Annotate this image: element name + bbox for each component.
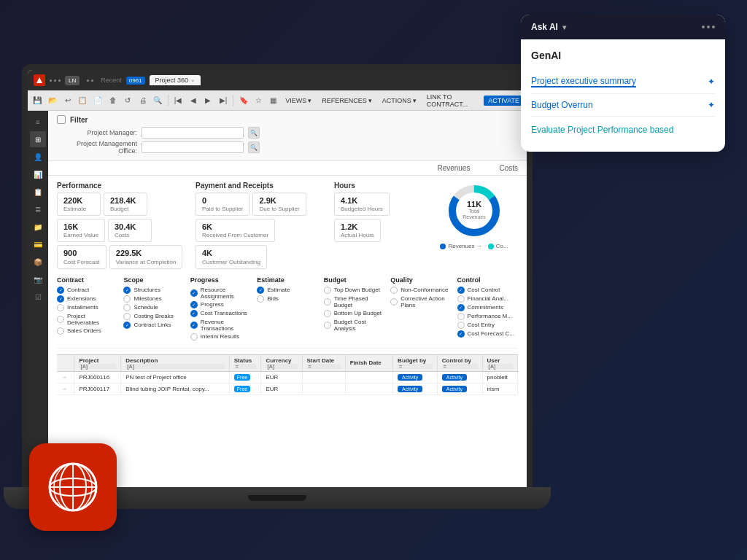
- menu-dots[interactable]: [50, 79, 61, 82]
- ai-panel: Ask AI ▾ GenAI Project executive summary…: [521, 15, 725, 152]
- scope-item-1[interactable]: Milestones: [123, 295, 184, 303]
- toolbar-btn-last[interactable]: ▶|: [217, 93, 231, 108]
- toolbar-btn-star[interactable]: ☆: [252, 93, 266, 108]
- cell-status: Free: [229, 371, 261, 383]
- check-icon: [123, 322, 131, 329]
- th-control-by[interactable]: Control by =: [437, 355, 482, 372]
- toolbar-btn-bookmark[interactable]: 🔖: [236, 93, 250, 108]
- toolbar-btn-undo[interactable]: ↩: [61, 93, 74, 108]
- th-status[interactable]: Status =: [229, 355, 261, 372]
- contract-item-1[interactable]: Extensions: [57, 295, 117, 303]
- sidebar-camera[interactable]: 📷: [30, 271, 46, 287]
- scope-title: Scope: [123, 276, 184, 284]
- toolbar-btn-grid[interactable]: ▦: [266, 93, 280, 108]
- budget-item-3[interactable]: Budget Cost Analysis: [324, 319, 384, 332]
- control-item-1[interactable]: Financial Anal...: [457, 295, 518, 303]
- toolbar-btn-first[interactable]: |◀: [171, 93, 185, 108]
- th-user[interactable]: User [A]: [482, 355, 517, 372]
- budget-item-0[interactable]: Top Down Budget: [324, 287, 384, 294]
- toolbar-btn-print[interactable]: 🖨: [136, 93, 150, 108]
- toolbar-btn-save[interactable]: 💾: [31, 93, 44, 108]
- toolbar-btn-prev[interactable]: ◀: [186, 93, 200, 108]
- scope-item-3[interactable]: Costing Breaks: [123, 313, 184, 320]
- pm-search-btn[interactable]: 🔍: [248, 127, 260, 139]
- ai-suggestion-2[interactable]: Evaluate Project Performance based: [531, 117, 715, 141]
- toolbar-btn-search[interactable]: 🔍: [151, 93, 165, 108]
- contract-item-3[interactable]: Project Deliverables: [57, 313, 117, 326]
- progress-item-3[interactable]: Revenue Transactions: [190, 319, 251, 332]
- kpi-budget: 218.4K Budget: [104, 192, 147, 216]
- circle-icon: [190, 333, 198, 341]
- tab-close[interactable]: ×: [191, 77, 195, 84]
- progress-item-2[interactable]: Cost Transactions: [190, 310, 251, 317]
- ln-badge[interactable]: LN: [65, 76, 80, 85]
- filter-checkbox[interactable]: [57, 115, 66, 124]
- quality-item-0[interactable]: Non-Conformance: [390, 287, 451, 294]
- contract-item-4[interactable]: Sales Orders: [57, 327, 117, 335]
- sidebar-card[interactable]: 💳: [30, 236, 46, 252]
- th-start-date[interactable]: Start Date =: [302, 355, 345, 372]
- legend-revenues-dot: [440, 244, 446, 249]
- ai-suggestion-1[interactable]: Budget Overrun ✦: [531, 94, 715, 117]
- ai-panel-menu[interactable]: [702, 26, 715, 28]
- link-menu[interactable]: LINK TO CONTRACT...: [423, 92, 481, 109]
- sidebar-package[interactable]: 📦: [30, 254, 46, 270]
- estimate-item-0[interactable]: Estimate: [257, 287, 317, 294]
- control-item-4[interactable]: Cost Entry: [457, 322, 518, 329]
- po-input[interactable]: [142, 141, 244, 153]
- sidebar-hlist[interactable]: ≣: [30, 201, 46, 217]
- check-icon: [190, 289, 198, 297]
- progress-item-4[interactable]: Interim Results: [190, 333, 251, 341]
- budget-item-1[interactable]: Time Phased Budget: [324, 295, 384, 308]
- toolbar-btn-refresh[interactable]: ↺: [121, 93, 135, 108]
- contract-item-0[interactable]: Contract: [57, 287, 117, 294]
- sidebar-check[interactable]: ☑: [30, 289, 46, 305]
- table-row[interactable]: → PRJ000117 Blind tubing JOIP Rental, co…: [57, 383, 518, 394]
- toolbar-btn-copy[interactable]: 📋: [76, 93, 90, 108]
- th-budget-by[interactable]: Budget by =: [393, 355, 438, 372]
- control-item-3[interactable]: Performance M...: [457, 313, 518, 320]
- hours-title: Hours: [334, 182, 422, 190]
- sidebar-hamburger[interactable]: ≡: [30, 114, 46, 130]
- progress-item-1[interactable]: Progress: [190, 301, 251, 308]
- budget-item-2[interactable]: Bottom Up Budget: [324, 310, 384, 317]
- actions-menu[interactable]: ACTIONS ▾: [379, 96, 420, 106]
- sidebar-chart[interactable]: 📊: [30, 166, 46, 182]
- pm-input[interactable]: [142, 127, 244, 139]
- ai-dropdown-arrow[interactable]: ▾: [562, 23, 566, 31]
- scope-item-4[interactable]: Contract Links: [123, 322, 184, 329]
- toolbar-btn-paste[interactable]: 📄: [91, 93, 105, 108]
- references-menu[interactable]: REFERENCES ▾: [318, 96, 376, 106]
- th-description[interactable]: Description [A]: [121, 355, 230, 372]
- scope-item-2[interactable]: Schedule: [123, 304, 184, 311]
- sidebar-docs[interactable]: 📋: [30, 184, 46, 200]
- activate-button[interactable]: ACTIVATE: [484, 96, 524, 106]
- quality-title: Quality: [390, 276, 451, 284]
- toolbar-btn-delete[interactable]: 🗑: [106, 93, 120, 108]
- control-section: Control Cost Control Financial Anal...: [457, 276, 518, 342]
- sidebar-folder[interactable]: 📁: [30, 219, 46, 235]
- po-search-btn[interactable]: 🔍: [248, 141, 260, 153]
- ai-suggestion-0[interactable]: Project executive summary ✦: [531, 70, 715, 94]
- budget-title: Budget: [324, 276, 384, 284]
- contract-item-2[interactable]: Installments: [57, 304, 117, 311]
- control-item-0[interactable]: Cost Control: [457, 287, 518, 294]
- cell-user: pnoblett: [482, 371, 517, 383]
- quality-item-1[interactable]: Corrective Action Plans: [390, 295, 451, 308]
- views-menu[interactable]: VIEWS ▾: [282, 96, 315, 106]
- sidebar-users[interactable]: 👤: [30, 149, 46, 165]
- progress-item-0[interactable]: Resource Assignments: [190, 287, 251, 300]
- estimate-item-1[interactable]: Bids: [257, 295, 317, 303]
- table-row[interactable]: → PRJ000116 PN test of Project office Fr…: [57, 371, 518, 383]
- scope-item-0[interactable]: Structures: [123, 287, 184, 294]
- th-project[interactable]: Project [A]: [74, 355, 121, 372]
- sidebar-home[interactable]: ⊞: [30, 131, 46, 147]
- toolbar-btn-next[interactable]: ▶: [201, 93, 215, 108]
- th-finish-date[interactable]: Finish Date: [345, 355, 392, 372]
- toolbar-btn-open[interactable]: 📂: [46, 93, 60, 108]
- control-item-5[interactable]: Cost Forecast C...: [457, 330, 518, 338]
- control-item-2[interactable]: Commitments: [457, 304, 518, 311]
- th-currency[interactable]: Currency [A]: [261, 355, 302, 372]
- tab-project360[interactable]: Project 360 ×: [150, 75, 201, 85]
- kpi-paid-supplier: 0 Paid to Supplier: [196, 192, 249, 216]
